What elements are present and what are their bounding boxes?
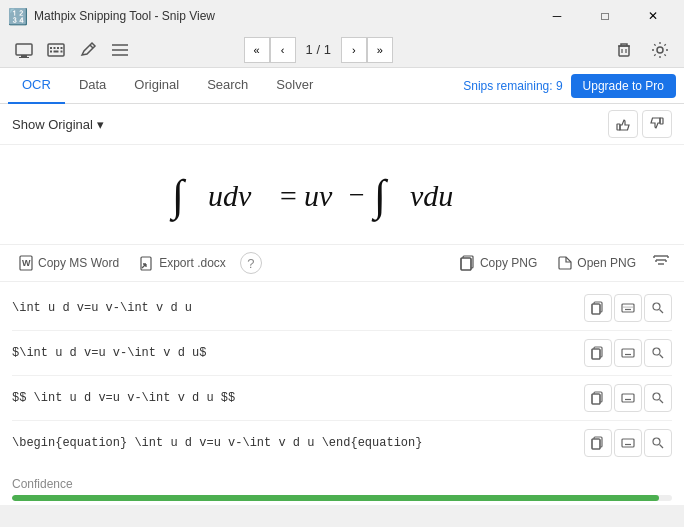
svg-rect-9	[54, 50, 59, 52]
screen-capture-icon	[15, 41, 33, 59]
action-bar: W Copy MS Word Export .docx ? Copy PNG O…	[0, 245, 684, 282]
latex-search-2[interactable]	[644, 339, 672, 367]
svg-line-52	[660, 310, 664, 314]
svg-point-65	[653, 393, 660, 400]
upgrade-button[interactable]: Upgrade to Pro	[571, 74, 676, 98]
svg-rect-8	[50, 50, 52, 52]
latex-code-4: \begin{equation} \int u d v=u v-\int v d…	[12, 436, 584, 450]
svg-rect-10	[61, 50, 63, 52]
svg-rect-32	[461, 258, 471, 270]
clipboard-icon	[591, 391, 605, 405]
svg-text:uv: uv	[304, 179, 333, 212]
keyboard-small-icon	[621, 393, 635, 403]
latex-copy-clipboard-1[interactable]	[584, 294, 612, 322]
tab-ocr[interactable]: OCR	[8, 68, 65, 104]
settings-icon	[651, 41, 669, 59]
filter-button[interactable]	[650, 251, 672, 275]
svg-rect-19	[617, 124, 620, 130]
svg-text:∫: ∫	[371, 171, 389, 222]
screen-capture-button[interactable]	[8, 34, 40, 66]
latex-keyboard-2[interactable]	[614, 339, 642, 367]
thumbs-down-button[interactable]	[642, 110, 672, 138]
latex-keyboard-1[interactable]	[614, 294, 642, 322]
copy-png-button[interactable]: Copy PNG	[454, 252, 543, 274]
help-button[interactable]: ?	[240, 252, 262, 274]
latex-code-3: $$ \int u d v=u v-\int v d u $$	[12, 391, 584, 405]
close-button[interactable]: ✕	[630, 0, 676, 32]
pen-button[interactable]	[72, 34, 104, 66]
feedback-buttons	[608, 110, 672, 138]
open-png-button[interactable]: Open PNG	[551, 252, 642, 274]
svg-rect-4	[50, 47, 52, 49]
tab-data[interactable]: Data	[65, 68, 120, 104]
trash-button[interactable]	[608, 34, 640, 66]
menu-button[interactable]	[104, 34, 136, 66]
svg-point-58	[653, 348, 660, 355]
svg-text:−: −	[347, 179, 366, 210]
tab-solver[interactable]: Solver	[262, 68, 327, 104]
thumbs-up-button[interactable]	[608, 110, 638, 138]
pen-icon	[79, 41, 97, 59]
copy-png-label: Copy PNG	[480, 256, 537, 270]
minimize-button[interactable]: ─	[534, 0, 580, 32]
svg-rect-5	[54, 47, 56, 49]
show-original-bar: Show Original ▾	[0, 104, 684, 145]
equation-svg: ∫ udv = uv − ∫ vdu	[162, 160, 522, 230]
equation-render: ∫ udv = uv − ∫ vdu	[162, 160, 522, 230]
svg-rect-70	[622, 439, 634, 447]
svg-point-18	[657, 47, 663, 53]
filter-icon	[652, 253, 670, 269]
table-row: $\int u d v=u v-\int v d u$	[12, 331, 672, 376]
svg-rect-54	[592, 349, 600, 359]
keyboard-button[interactable]	[40, 34, 72, 66]
trash-icon	[615, 41, 633, 59]
copy-msword-button[interactable]: W Copy MS Word	[12, 252, 125, 274]
snips-remaining: Snips remaining: 9	[463, 79, 562, 93]
svg-rect-1	[21, 55, 27, 57]
action-bar-right: Copy PNG Open PNG	[454, 251, 672, 275]
title-bar-text: Mathpix Snipping Tool - Snip View	[34, 9, 534, 23]
svg-rect-56	[622, 349, 634, 357]
tab-search[interactable]: Search	[193, 68, 262, 104]
search-small-icon	[651, 436, 665, 450]
show-original-button[interactable]: Show Original ▾	[12, 117, 104, 132]
first-page-button[interactable]: «	[244, 37, 270, 63]
latex-code-2: $\int u d v=u v-\int v d u$	[12, 346, 584, 360]
search-small-icon	[651, 391, 665, 405]
tab-original[interactable]: Original	[120, 68, 193, 104]
next-page-button[interactable]: ›	[341, 37, 367, 63]
latex-keyboard-3[interactable]	[614, 384, 642, 412]
svg-point-72	[653, 438, 660, 445]
title-bar-controls: ─ □ ✕	[534, 0, 676, 32]
keyboard-small-icon	[621, 438, 635, 448]
latex-search-3[interactable]	[644, 384, 672, 412]
svg-text:=: =	[278, 179, 298, 212]
keyboard-small-icon	[621, 303, 635, 313]
latex-search-1[interactable]	[644, 294, 672, 322]
last-page-button[interactable]: »	[367, 37, 393, 63]
show-original-label: Show Original	[12, 117, 93, 132]
svg-rect-3	[48, 44, 64, 56]
svg-rect-63	[622, 394, 634, 402]
latex-copy-clipboard-2[interactable]	[584, 339, 612, 367]
confidence-label: Confidence	[12, 477, 672, 491]
settings-button[interactable]	[644, 34, 676, 66]
latex-search-4[interactable]	[644, 429, 672, 457]
svg-rect-68	[592, 439, 600, 449]
copy-msword-label: Copy MS Word	[38, 256, 119, 270]
svg-line-73	[660, 445, 664, 449]
maximize-button[interactable]: □	[582, 0, 628, 32]
toolbar-settings	[608, 34, 676, 66]
latex-copy-clipboard-3[interactable]	[584, 384, 612, 412]
svg-rect-6	[57, 47, 59, 49]
svg-line-11	[90, 45, 93, 48]
table-row: \begin{equation} \int u d v=u v-\int v d…	[12, 421, 672, 465]
title-bar: 🔢 Mathpix Snipping Tool - Snip View ─ □ …	[0, 0, 684, 32]
export-docx-button[interactable]: Export .docx	[133, 252, 232, 274]
table-row: \int u d v=u v-\int v d u	[12, 286, 672, 331]
app-icon: 🔢	[8, 7, 28, 26]
latex-copy-clipboard-4[interactable]	[584, 429, 612, 457]
prev-page-button[interactable]: ‹	[270, 37, 296, 63]
clipboard-icon	[591, 436, 605, 450]
latex-keyboard-4[interactable]	[614, 429, 642, 457]
